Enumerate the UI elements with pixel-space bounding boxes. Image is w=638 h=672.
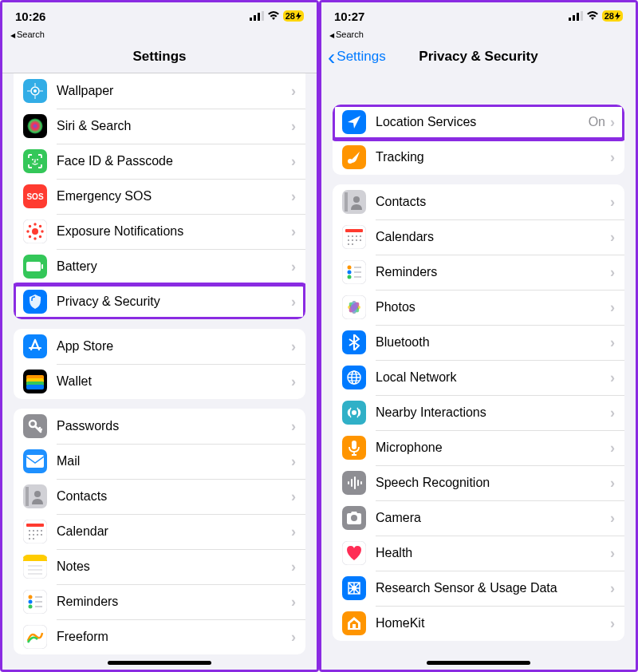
svg-point-39 [33,530,34,532]
chevron-right-icon: › [291,294,296,310]
reminders-icon [23,590,47,614]
row-label: Calendars [376,230,610,244]
svg-point-55 [29,595,33,599]
svg-rect-3 [262,11,264,21]
chevron-right-icon: › [610,229,615,246]
settings-row-tracking[interactable]: Tracking› [333,140,624,175]
chevron-right-icon: › [610,405,615,421]
settings-list[interactable]: Wallpaper›Siri & Search›Face ID & Passco… [2,73,317,670]
svg-point-85 [348,275,352,279]
svg-point-19 [41,231,43,232]
row-label: Camera [376,511,610,525]
camera-icon [342,506,366,530]
row-label: Photos [376,300,610,314]
svg-point-35 [34,491,41,497]
settings-row-speech[interactable]: Speech Recognition› [333,465,624,500]
svg-rect-30 [26,385,44,389]
status-time: 10:27 [334,10,364,23]
row-label: Wallet [57,374,291,389]
settings-row-exposure[interactable]: Exposure Notifications› [14,214,305,249]
cellular-signal-icon [569,11,583,21]
svg-rect-68 [345,192,348,211]
svg-point-16 [34,223,36,225]
chevron-right-icon: › [291,524,296,540]
settings-row-notes[interactable]: Notes› [14,549,305,584]
row-label: Freeform [57,630,291,644]
svg-point-22 [30,236,31,238]
row-label: Health [376,546,610,560]
settings-row-wallpaper[interactable]: Wallpaper› [14,73,305,109]
svg-point-80 [348,243,349,245]
settings-row-camera[interactable]: Camera› [333,500,624,536]
battery-indicator: 28 [283,10,304,22]
settings-row-microphone[interactable]: Microphone› [333,430,624,465]
settings-row-siri[interactable]: Siri & Search› [14,109,305,144]
settings-row-bluetooth[interactable]: Bluetooth› [333,325,624,360]
settings-row-freeform[interactable]: Freeform› [14,619,305,654]
settings-row-contacts[interactable]: Contacts› [14,479,305,514]
settings-row-research[interactable]: Research Sensor & Usage Data› [333,571,624,606]
chevron-right-icon: › [610,580,615,597]
svg-point-38 [29,530,30,532]
faceid-icon [23,149,47,173]
settings-row-passwords[interactable]: Passwords› [14,409,305,444]
settings-row-location[interactable]: Location ServicesOn› [333,105,624,140]
settings-row-privacy[interactable]: Privacy & Security› [14,284,305,319]
svg-rect-24 [26,262,41,271]
svg-rect-63 [573,15,575,21]
settings-row-health[interactable]: Health› [333,536,624,571]
nav-back-button[interactable]: Settings [328,49,386,65]
chevron-right-icon: › [291,259,296,275]
svg-point-12 [32,159,33,160]
research-icon [342,576,366,600]
back-to-search[interactable]: Search [2,30,317,42]
svg-point-11 [27,118,43,134]
calendars-icon [342,225,366,249]
chevron-right-icon: › [610,264,615,281]
settings-row-calendar[interactable]: Calendar› [14,514,305,549]
battery-indicator: 28 [602,10,623,22]
settings-row-localnetwork[interactable]: Local Network› [333,360,624,395]
contacts2-icon [342,190,366,214]
svg-point-108 [351,515,357,521]
svg-rect-103 [348,481,349,484]
settings-row-mail[interactable]: Mail› [14,444,305,479]
settings-row-appstore[interactable]: App Store› [14,329,305,364]
svg-point-73 [352,235,353,237]
wifi-icon [586,11,599,21]
appstore-icon [23,334,47,358]
chevron-right-icon: › [291,188,296,205]
settings-row-reminders[interactable]: Reminders› [14,584,305,619]
photos-icon [342,295,366,319]
row-label: App Store [57,339,291,354]
settings-row-faceid[interactable]: Face ID & Passcode› [14,144,305,179]
settings-row-photos[interactable]: Photos› [333,290,624,325]
chevron-right-icon: › [291,338,296,355]
home-indicator[interactable] [108,661,211,665]
privacy-list[interactable]: Location ServicesOn›Tracking›Contacts›Ca… [321,73,636,670]
row-label: Reminders [376,265,610,279]
svg-point-13 [37,159,38,160]
status-bar: 10:27 28 [321,2,636,30]
settings-row-homekit[interactable]: HomeKit› [333,606,624,641]
chevron-right-icon: › [291,629,296,646]
home-indicator[interactable] [427,661,530,665]
settings-row-wallet[interactable]: Wallet› [14,364,305,399]
settings-row-calendars[interactable]: Calendars› [333,219,624,255]
row-label: Tracking [376,150,610,164]
svg-point-21 [40,226,41,227]
svg-rect-37 [26,524,44,527]
settings-row-nearby[interactable]: Nearby Interactions› [333,395,624,430]
chevron-right-icon: › [610,615,615,632]
back-to-search[interactable]: Search [321,30,636,42]
settings-row-contacts2[interactable]: Contacts› [333,184,624,219]
settings-row-battery[interactable]: Battery› [14,249,305,284]
settings-row-reminders2[interactable]: Reminders› [333,255,624,290]
svg-rect-25 [41,264,43,269]
settings-row-sos[interactable]: SOSEmergency SOS› [14,179,305,214]
cellular-signal-icon [250,11,264,21]
microphone-icon [342,436,366,460]
row-label: Speech Recognition [376,476,610,490]
svg-rect-0 [250,18,252,21]
wallet-icon [23,370,47,393]
